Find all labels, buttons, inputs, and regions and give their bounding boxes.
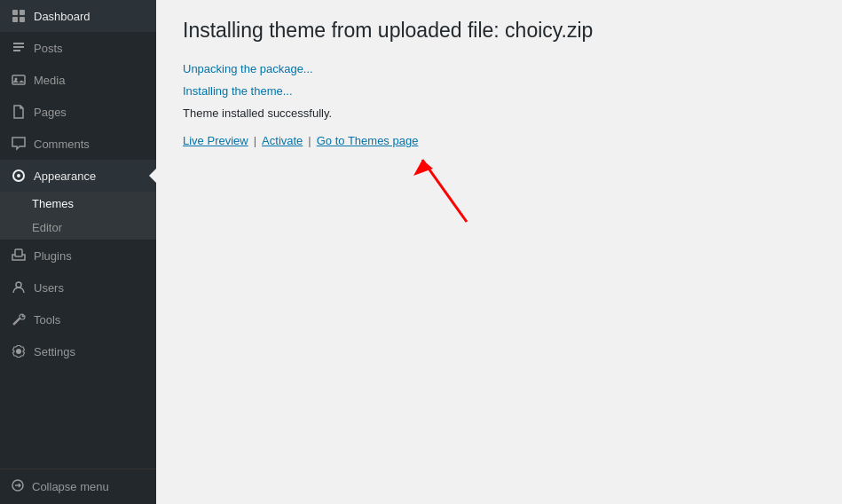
live-preview-link[interactable]: Live Preview (183, 134, 248, 147)
users-icon (11, 280, 27, 295)
svg-marker-11 (413, 160, 433, 176)
sidebar-item-label: Pages (34, 106, 67, 119)
svg-point-6 (17, 174, 20, 177)
separator-2: | (308, 134, 311, 147)
sidebar-item-comments[interactable]: Comments (0, 128, 156, 160)
svg-rect-1 (20, 10, 25, 15)
success-message: Theme installed successfully. (183, 106, 815, 120)
appearance-icon (11, 168, 27, 184)
sidebar-item-label: Dashboard (34, 10, 90, 23)
svg-rect-3 (20, 17, 25, 22)
sidebar-item-label: Posts (34, 42, 63, 55)
sidebar: Dashboard Posts Media Pages Comments App… (0, 0, 156, 504)
media-icon (11, 72, 27, 88)
svg-rect-0 (12, 10, 18, 15)
svg-rect-7 (15, 249, 22, 256)
sidebar-item-label: Appearance (34, 169, 96, 183)
sidebar-item-label: Comments (34, 138, 90, 151)
sidebar-item-label: Tools (34, 313, 60, 327)
svg-rect-2 (12, 17, 18, 22)
settings-icon (11, 343, 27, 359)
sidebar-item-label: Settings (34, 345, 75, 358)
action-links: Live Preview | Activate | Go to Themes p… (183, 134, 815, 147)
sidebar-item-users[interactable]: Users (0, 272, 156, 303)
sidebar-item-tools[interactable]: Tools (0, 303, 156, 335)
dashboard-icon (11, 8, 27, 24)
sidebar-item-label: Plugins (34, 249, 72, 263)
tools-icon (11, 311, 27, 327)
sidebar-item-plugins[interactable]: Plugins (0, 240, 156, 272)
sidebar-submenu-themes[interactable]: Themes (0, 192, 156, 216)
sidebar-item-appearance[interactable]: Appearance (0, 160, 156, 192)
collapse-icon (11, 478, 25, 495)
sidebar-item-settings[interactable]: Settings (0, 335, 156, 367)
page-title: Installing theme from uploaded file: cho… (183, 18, 815, 44)
comments-icon (11, 136, 27, 152)
svg-line-10 (422, 160, 467, 222)
sidebar-item-posts[interactable]: Posts (0, 32, 156, 64)
activate-link[interactable]: Activate (262, 134, 303, 147)
sidebar-item-label: Media (34, 74, 65, 87)
pages-icon (11, 104, 27, 120)
appearance-submenu: Themes Editor (0, 192, 156, 240)
sidebar-item-media[interactable]: Media (0, 64, 156, 96)
annotation-arrow (396, 151, 502, 231)
plugins-icon (11, 248, 27, 264)
separator-1: | (254, 134, 256, 147)
collapse-menu-button[interactable]: Collapse menu (0, 469, 156, 504)
sidebar-item-dashboard[interactable]: Dashboard (0, 0, 156, 32)
go-to-themes-link[interactable]: Go to Themes page (317, 134, 419, 147)
svg-rect-4 (12, 75, 25, 84)
unpack-message: Unpacking the package... (183, 62, 815, 75)
collapse-menu-label: Collapse menu (32, 480, 109, 493)
posts-icon (11, 40, 27, 56)
svg-point-8 (16, 282, 21, 287)
sidebar-submenu-editor[interactable]: Editor (0, 216, 156, 240)
sidebar-item-label: Users (34, 281, 64, 295)
installing-message: Installing the theme... (183, 84, 815, 98)
sidebar-item-pages[interactable]: Pages (0, 96, 156, 128)
main-content: Installing theme from uploaded file: cho… (156, 0, 842, 504)
